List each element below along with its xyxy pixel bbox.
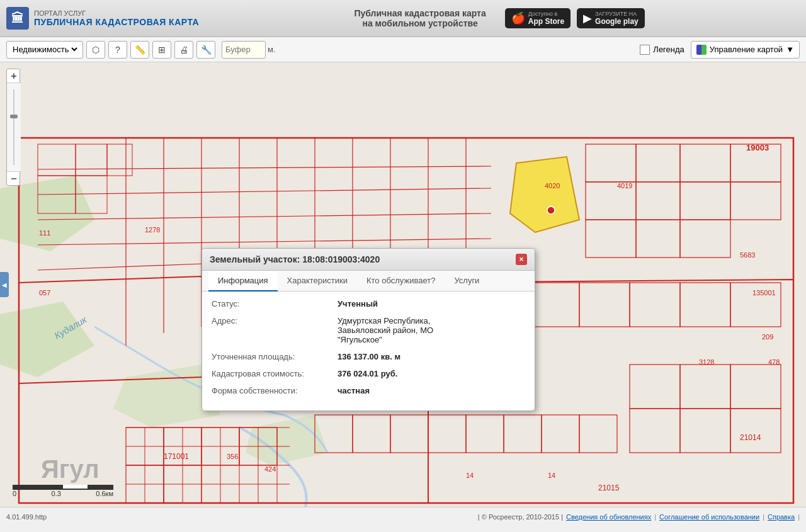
appstore-name: App Store [528, 17, 564, 26]
area-row: Уточненная площадь: 136 137.00 кв. м [212, 352, 525, 361]
main-title: ПУБЛИЧНАЯ КАДАСТРОВАЯ КАРТА [34, 17, 199, 27]
address-label: Адрес: [212, 316, 338, 325]
mobile-promo: Публичная кадастровая картана мобильном … [354, 8, 485, 28]
area-label: Уточненная площадь: [212, 352, 338, 361]
footer-sep1: | [654, 513, 656, 521]
footer-sep3: | [798, 513, 800, 521]
category-select[interactable]: Недвижимость [6, 41, 83, 59]
svg-text:171001: 171001 [164, 452, 189, 461]
svg-text:111: 111 [39, 229, 50, 237]
footer-version: 4.01.499.http [6, 513, 47, 521]
left-panel-toggle[interactable]: ◀ [0, 272, 9, 297]
status-label: Статус: [212, 299, 338, 308]
svg-text:5683: 5683 [740, 251, 755, 259]
svg-text:135001: 135001 [752, 289, 776, 297]
measure-button[interactable]: 📏 [130, 41, 149, 59]
map-container[interactable]: 19003 4020 4019 111 1278 057 5683 135001… [0, 62, 806, 507]
logo-icon: 🏛 [6, 7, 29, 30]
toolbar: Недвижимость ⬡ ? 📏 ⊞ 🖨 🔧 м. Легенда Упра… [0, 37, 806, 62]
tab-characteristics[interactable]: Характеристики [278, 271, 357, 291]
legend-label: Легенда [653, 45, 684, 54]
popup-close-button[interactable]: × [516, 254, 527, 265]
scale-label-0: 0 [13, 490, 16, 497]
tab-services[interactable]: Услуги [445, 271, 489, 291]
svg-text:4020: 4020 [545, 182, 560, 190]
cadastral-cost-value: 376 024.01 руб. [338, 369, 525, 378]
map-control-label: Управление картой [710, 45, 783, 54]
svg-text:478: 478 [768, 358, 780, 366]
footer-link-updates[interactable]: Сведения об обновлениях [566, 513, 651, 521]
footer-link-agreement[interactable]: Соглашение об использовании [659, 513, 759, 521]
svg-point-6 [547, 207, 555, 214]
appstore-sub: Доступно в [528, 11, 564, 17]
scale-label-06: 0.6км [96, 490, 113, 497]
address-row: Адрес: Удмуртская Республика,Завьяловски… [212, 316, 525, 344]
ownership-value: частная [338, 386, 525, 395]
footer-copyright: | © Росреестр, 2010-2015 | [478, 513, 563, 521]
popup-header: Земельный участок: 18:08:019003:4020 × [202, 249, 535, 271]
map-control-button[interactable]: Управление картой ▼ [691, 41, 800, 59]
address-value: Удмуртская Республика,Завьяловский район… [338, 316, 525, 344]
scale-black1 [14, 485, 63, 489]
logo-text: ПОРТАЛ УСЛУГ ПУБЛИЧНАЯ КАДАСТРОВАЯ КАРТА [34, 9, 199, 27]
scale-white [63, 485, 88, 489]
footer-right: | © Росреестр, 2010-2015 | Сведения об о… [478, 513, 800, 521]
popup-tabs: Информация Характеристики Кто обслуживае… [202, 271, 535, 291]
legend-checkbox[interactable] [640, 45, 650, 55]
svg-text:4019: 4019 [617, 182, 632, 190]
googleplay-button[interactable]: ▶ ЗАГРУЗИТЕ НА Google play [577, 8, 645, 28]
cadastral-cost-row: Кадастровая стоимость: 376 024.01 руб. [212, 369, 525, 378]
svg-text:424: 424 [264, 465, 276, 473]
popup-dialog: Земельный участок: 18:08:019003:4020 × И… [202, 248, 535, 411]
area-value: 136 137.00 кв. м [338, 352, 525, 361]
select-tool-button[interactable]: ⬡ [86, 41, 105, 59]
object-button[interactable]: ⊞ [152, 41, 171, 59]
scale-labels: 0 0.3 0.6км [13, 490, 113, 497]
svg-text:057: 057 [39, 289, 50, 297]
footer-sep2: | [763, 513, 764, 521]
zoom-slider-handle[interactable] [10, 115, 18, 118]
buffer-unit: м. [268, 45, 276, 54]
svg-text:14: 14 [466, 472, 474, 479]
cadastral-cost-label: Кадастровая стоимость: [212, 369, 338, 378]
svg-text:209: 209 [762, 333, 773, 341]
header-middle: Публичная кадастровая картана мобильном … [199, 8, 800, 28]
footer-link-help[interactable]: Справка [768, 513, 795, 521]
appstore-button[interactable]: 🍎 Доступно в App Store [505, 8, 570, 28]
portal-label: ПОРТАЛ УСЛУГ [34, 9, 199, 17]
tab-information[interactable]: Информация [208, 271, 278, 291]
svg-text:21014: 21014 [740, 433, 761, 442]
scale-black2 [88, 485, 112, 489]
zoom-slider-track [13, 89, 14, 165]
zoom-in-button[interactable]: + [7, 69, 21, 83]
googleplay-name: Google play [595, 17, 639, 26]
zoom-controls: + − [6, 69, 20, 186]
print-button[interactable]: 🖨 [174, 41, 193, 59]
svg-marker-5 [510, 157, 579, 232]
category-dropdown[interactable]: Недвижимость [10, 44, 79, 55]
svg-text:19003: 19003 [746, 143, 769, 152]
zoom-out-button[interactable]: − [7, 171, 21, 185]
header: 🏛 ПОРТАЛ УСЛУГ ПУБЛИЧНАЯ КАДАСТРОВАЯ КАР… [0, 0, 806, 37]
ownership-label: Форма собственности: [212, 386, 338, 395]
googleplay-icon: ▶ [583, 11, 592, 25]
buffer-input[interactable] [222, 41, 266, 59]
svg-text:21015: 21015 [598, 484, 620, 492]
scale-bar: 0 0.3 0.6км [13, 485, 113, 497]
scale-label-03: 0.3 [52, 490, 61, 497]
popup-content: Статус: Учтенный Адрес: Удмуртская Респу… [202, 291, 535, 410]
zoom-slider[interactable] [7, 83, 21, 171]
svg-text:Ягул: Ягул [41, 455, 99, 483]
tab-who-serves[interactable]: Кто обслуживает? [357, 271, 445, 291]
svg-text:1278: 1278 [145, 226, 160, 234]
info-button[interactable]: ? [108, 41, 127, 59]
apple-icon: 🍎 [511, 11, 525, 25]
settings-button[interactable]: 🔧 [196, 41, 215, 59]
map-control-icon [696, 45, 707, 55]
ownership-row: Форма собственности: частная [212, 386, 525, 395]
toolbar-right: Легенда Управление картой ▼ [640, 41, 800, 59]
svg-text:356: 356 [227, 453, 238, 460]
status-row: Статус: Учтенный [212, 299, 525, 308]
legend-button[interactable]: Легенда [640, 45, 684, 55]
svg-text:3128: 3128 [699, 358, 714, 366]
